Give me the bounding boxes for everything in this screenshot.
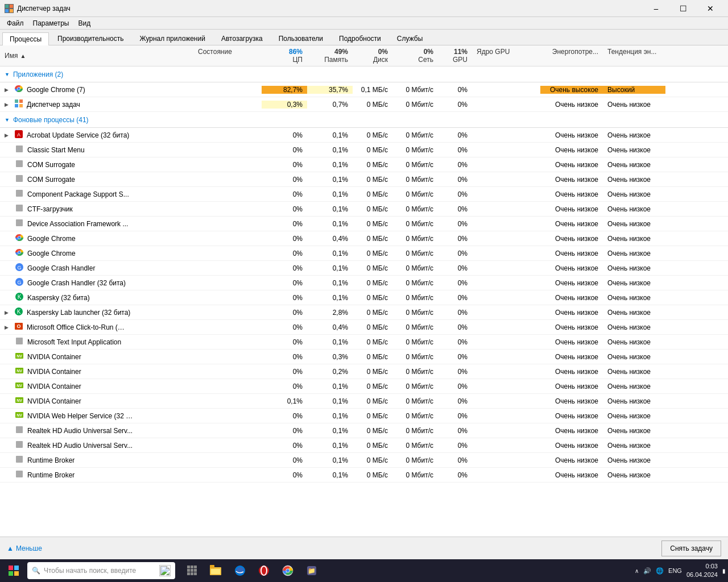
table-row[interactable]: Classic Start Menu 0% 0,1% 0 МБ/с 0 Мбит…: [0, 143, 728, 157]
process-icon: [15, 425, 24, 436]
table-row[interactable]: NV NVIDIA Web Helper Service (32 … 0% 0,…: [0, 409, 728, 423]
svg-rect-16: [16, 190, 23, 197]
process-gpu: 0%: [438, 353, 472, 361]
table-row[interactable]: COM Surrogate 0% 0,1% 0 МБ/с 0 Мбит/с 0%…: [0, 172, 728, 187]
col-gpu-pct: 11%: [442, 48, 468, 56]
tab-services[interactable]: Службы: [390, 32, 430, 45]
close-button[interactable]: ✕: [697, 0, 723, 17]
tab-performance[interactable]: Производительность: [50, 32, 131, 45]
svg-text:O: O: [16, 323, 20, 329]
tab-details[interactable]: Подробности: [332, 32, 388, 45]
table-row[interactable]: Google Chrome 0% 0,1% 0 МБ/с 0 Мбит/с 0%…: [0, 246, 728, 261]
menu-options[interactable]: Параметры: [28, 18, 74, 28]
table-row[interactable]: ▶ K Kaspersky Lab launcher (32 бита) 0% …: [0, 305, 728, 320]
taskbar-edge[interactable]: [230, 560, 250, 581]
table-row[interactable]: Realtek HD Audio Universal Serv... 0% 0,…: [0, 438, 728, 453]
process-icon: NV: [15, 381, 24, 392]
svg-rect-0: [5, 5, 9, 8]
process-energy: Очень низкое: [540, 131, 603, 139]
svg-rect-54: [187, 566, 190, 568]
process-cpu: 0%: [262, 353, 307, 361]
taskbar-file-explorer[interactable]: [206, 560, 226, 581]
tray-datetime[interactable]: 0:03 06.04.2024: [686, 562, 718, 580]
bing-icon: [159, 565, 171, 576]
process-name: COM Surrogate: [0, 174, 193, 185]
table-row[interactable]: NV NVIDIA Container 0% 0,3% 0 МБ/с 0 Мби…: [0, 350, 728, 364]
table-row[interactable]: Component Package Support S... 0% 0,1% 0…: [0, 187, 728, 202]
table-row[interactable]: NV NVIDIA Container 0,1% 0,1% 0 МБ/с 0 М…: [0, 394, 728, 409]
sort-arrow-icon: ▲: [20, 53, 26, 59]
less-button[interactable]: ▲ Меньше: [7, 544, 42, 552]
process-net: 0 Мбит/с: [392, 471, 438, 479]
taskbar-opera[interactable]: [254, 560, 274, 581]
process-energy: Очень низкое: [540, 205, 603, 213]
table-row[interactable]: ▶ O Microsoft Office Click-to-Run (… 0% …: [0, 320, 728, 335]
table-row[interactable]: Device Association Framework ... 0% 0,1%…: [0, 217, 728, 231]
process-icon: [15, 440, 24, 451]
process-disk: 0 МБ/с: [353, 397, 392, 405]
col-status-label[interactable]: Состояние: [193, 48, 262, 64]
taskbar-search[interactable]: 🔍 Чтобы начать поиск, введите: [27, 562, 175, 579]
tray-network-icon[interactable]: 🌐: [656, 567, 664, 575]
start-button[interactable]: [2, 560, 25, 581]
table-row[interactable]: G Google Crash Handler 0% 0,1% 0 МБ/с 0 …: [0, 261, 728, 276]
maximize-button[interactable]: ☐: [670, 0, 696, 17]
table-row[interactable]: NV NVIDIA Container 0% 0,1% 0 МБ/с 0 Мби…: [0, 379, 728, 394]
table-row[interactable]: Runtime Broker 0% 0,1% 0 МБ/с 0 Мбит/с 0…: [0, 468, 728, 483]
table-row[interactable]: K Kaspersky (32 бита) 0% 0,1% 0 МБ/с 0 М…: [0, 290, 728, 305]
process-name: NV NVIDIA Container: [0, 366, 193, 377]
menu-view[interactable]: Вид: [73, 18, 95, 28]
expand-arrow-icon: ▶: [5, 325, 9, 330]
table-row[interactable]: COM Surrogate 0% 0,1% 0 МБ/с 0 Мбит/с 0%…: [0, 157, 728, 172]
process-mem: 0,1%: [307, 427, 353, 435]
tray-show-desktop[interactable]: ▮: [722, 568, 726, 574]
tab-app-history[interactable]: Журнал приложений: [133, 32, 213, 45]
table-row[interactable]: NV NVIDIA Container 0% 0,2% 0 МБ/с 0 Мби…: [0, 364, 728, 379]
section-header[interactable]: ▼Фоновые процессы (41): [0, 112, 728, 128]
process-net: 0 Мбит/с: [392, 353, 438, 361]
process-net: 0 Мбит/с: [392, 427, 438, 435]
process-energy: Очень низкое: [540, 338, 603, 346]
table-row[interactable]: Realtek HD Audio Universal Serv... 0% 0,…: [0, 423, 728, 438]
process-energy: Очень низкое: [540, 397, 603, 405]
tab-startup[interactable]: Автозагрузка: [214, 32, 270, 45]
process-net: 0 Мбит/с: [392, 279, 438, 287]
tab-processes[interactable]: Процессы: [2, 32, 49, 45]
col-trend-label[interactable]: Тенденция эн...: [603, 48, 665, 64]
svg-rect-51: [14, 566, 19, 570]
section-header[interactable]: ▼Приложения (2): [0, 66, 728, 82]
table-row[interactable]: ▶ Google Chrome (7) 82,7% 35,7% 0,1 МБ/с…: [0, 82, 728, 97]
taskbar-icon6[interactable]: 📁: [301, 560, 322, 581]
table-row[interactable]: ▶ A Acrobat Update Service (32 бита) 0% …: [0, 128, 728, 143]
svg-rect-48: [16, 456, 23, 463]
table-row[interactable]: Google Chrome 0% 0,4% 0 МБ/с 0 Мбит/с 0%…: [0, 231, 728, 246]
process-icon: A: [14, 130, 23, 140]
process-cpu: 0%: [262, 323, 307, 331]
table-row[interactable]: CTF-загрузчик 0% 0,1% 0 МБ/с 0 Мбит/с 0%…: [0, 202, 728, 217]
process-trend: Очень низкое: [603, 101, 665, 109]
menu-file[interactable]: Файл: [2, 18, 28, 28]
table-row[interactable]: Microsoft Text Input Application 0% 0,1%…: [0, 335, 728, 350]
process-disk: 0 МБ/с: [353, 146, 392, 154]
end-task-button[interactable]: Снять задачу: [661, 541, 721, 556]
tab-users[interactable]: Пользователи: [271, 32, 330, 45]
process-mem: 0,1%: [307, 294, 353, 302]
process-name: Realtek HD Audio Universal Serv...: [0, 440, 193, 451]
taskbar-chrome[interactable]: [278, 560, 298, 581]
svg-rect-9: [15, 104, 18, 107]
col-energy-label[interactable]: Энергопотре...: [540, 48, 603, 64]
taskbar-apps-button[interactable]: [182, 560, 202, 581]
table-row[interactable]: G Google Crash Handler (32 бита) 0% 0,1%…: [0, 276, 728, 290]
process-disk: 0 МБ/с: [353, 101, 392, 109]
process-name: Classic Start Menu: [0, 144, 193, 155]
tray-lang[interactable]: ENG: [668, 567, 682, 574]
process-icon: O: [14, 322, 23, 332]
tray-sound-icon[interactable]: 🔊: [643, 567, 651, 575]
table-row[interactable]: Runtime Broker 0% 0,1% 0 МБ/с 0 Мбит/с 0…: [0, 453, 728, 468]
tray-chevron-icon[interactable]: ∧: [635, 568, 639, 574]
process-trend: Очень низкое: [603, 456, 665, 464]
window-title: Диспетчер задач: [17, 5, 71, 13]
table-row[interactable]: ▶ Диспетчер задач 0,3% 0,7% 0 МБ/с 0 Мби…: [0, 97, 728, 112]
minimize-button[interactable]: ‒: [643, 0, 669, 17]
svg-text:NV: NV: [16, 413, 22, 417]
